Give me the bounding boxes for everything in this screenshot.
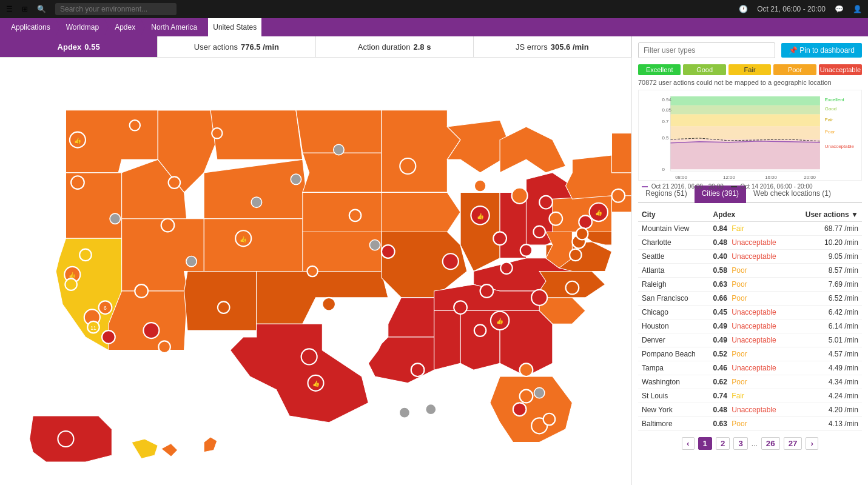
city-mountainview[interactable] <box>65 278 77 290</box>
table-row[interactable]: New York 0.48 Unacceptable 4.20 /min <box>638 403 862 417</box>
state-mi[interactable] <box>500 127 565 173</box>
city-info6[interactable] <box>534 387 545 398</box>
table-row[interactable]: San Francisco 0.66 Poor 6.52 /min <box>638 292 862 306</box>
search-input[interactable] <box>55 3 177 15</box>
city-dallas[interactable] <box>301 349 317 364</box>
pagination-page-3[interactable]: 3 <box>733 437 747 450</box>
city-charlotte[interactable] <box>531 290 547 306</box>
city-memphis[interactable] <box>454 301 467 314</box>
city-boston[interactable] <box>611 189 625 202</box>
city-reno[interactable] <box>110 213 120 224</box>
user-icon[interactable]: 👤 <box>853 5 862 13</box>
city-pittsburgh[interactable] <box>549 212 562 226</box>
breadcrumb-northamerica[interactable]: North America <box>146 18 202 36</box>
city-billings[interactable] <box>212 128 222 138</box>
breadcrumb-unitedstates[interactable]: United States <box>208 18 261 36</box>
city-detroit[interactable] <box>512 188 528 204</box>
state-ne[interactable] <box>303 192 391 232</box>
chat-icon[interactable]: 💬 <box>835 5 844 13</box>
city-omaha[interactable] <box>349 210 362 222</box>
table-row[interactable]: Charlotte 0.48 Unacceptable 10.20 /min <box>638 236 862 250</box>
city-kc[interactable] <box>382 245 395 258</box>
state-ia[interactable] <box>382 192 460 232</box>
state-co[interactable] <box>204 219 309 272</box>
state-nm[interactable] <box>184 272 257 331</box>
pagination-page-26[interactable]: 26 <box>761 437 780 450</box>
city-tampa[interactable] <box>513 403 527 416</box>
pagination-page-2[interactable]: 2 <box>716 437 730 450</box>
table-row[interactable]: Mountain View 0.84 Fair 68.77 /min <box>638 222 862 236</box>
table-row[interactable]: Atlanta 0.58 Poor 8.57 /min <box>638 264 862 278</box>
table-row[interactable]: Seattle 0.40 Unacceptable 9.05 /min <box>638 250 862 264</box>
pagination-prev[interactable]: ‹ <box>682 437 694 450</box>
city-neworleans[interactable] <box>411 363 425 376</box>
pagination-page-1[interactable]: 1 <box>698 437 712 450</box>
pagination-page-27[interactable]: 27 <box>784 437 802 450</box>
city-info2[interactable] <box>251 197 261 207</box>
city-wichita[interactable] <box>307 266 317 276</box>
state-az[interactable] <box>109 291 187 350</box>
city-cincinnati[interactable] <box>520 244 533 256</box>
city-tucson[interactable] <box>158 341 170 353</box>
breadcrumb-applications[interactable]: Applications <box>6 18 55 36</box>
table-row[interactable]: Chicago 0.45 Unacceptable 6.42 /min <box>638 306 862 319</box>
city-phoenix[interactable] <box>143 323 159 338</box>
city-sacramento[interactable] <box>79 249 92 261</box>
state-ks[interactable] <box>303 232 382 271</box>
state-fl[interactable] <box>490 376 573 442</box>
city-boise[interactable] <box>169 176 181 189</box>
state-mn[interactable] <box>382 110 460 193</box>
city-louisville[interactable] <box>500 262 513 274</box>
col-user-actions[interactable]: User actions ▼ <box>792 208 862 222</box>
table-row[interactable]: Houston 0.49 Unacceptable 6.14 /min <box>638 319 862 333</box>
filter-input[interactable] <box>638 42 775 58</box>
state-ok[interactable] <box>257 272 388 324</box>
city-indianapolis[interactable] <box>493 232 506 245</box>
city-info1[interactable] <box>186 256 197 267</box>
table-row[interactable]: St Louis 0.74 Fair 4.24 /min <box>638 389 862 403</box>
city-sd[interactable] <box>102 330 115 344</box>
city-jacksonville[interactable] <box>520 363 533 376</box>
breadcrumb-apdex[interactable]: Apdex <box>110 18 140 36</box>
city-raleigh[interactable] <box>566 281 579 295</box>
state-la[interactable] <box>368 337 434 383</box>
table-row[interactable]: Raleigh 0.63 Poor 7.69 /min <box>638 278 862 292</box>
city-nashville[interactable] <box>480 284 494 298</box>
table-row[interactable]: Pompano Beach 0.52 Poor 4.57 /min <box>638 347 862 361</box>
pin-dashboard-button[interactable]: 📌 Pin to dashboard <box>781 43 862 58</box>
state-ne-area[interactable] <box>611 133 631 173</box>
city-info4[interactable] <box>334 144 344 155</box>
city-info7[interactable] <box>399 407 409 418</box>
city-vegas[interactable] <box>135 284 148 298</box>
city-philly[interactable] <box>579 215 592 229</box>
city-info5[interactable] <box>369 239 380 250</box>
city-pompano[interactable] <box>543 413 556 426</box>
state-sd[interactable] <box>303 153 382 192</box>
city-info3[interactable] <box>291 174 301 184</box>
state-wy[interactable] <box>204 159 309 219</box>
city-okc[interactable] <box>322 298 335 311</box>
city-stlouis[interactable] <box>443 253 459 269</box>
state-hi-2[interactable] <box>161 444 178 457</box>
table-row[interactable]: Denver 0.49 Unacceptable 5.01 /min <box>638 333 862 347</box>
apps-icon[interactable]: ⊞ <box>22 5 28 13</box>
city-baltimore[interactable] <box>576 228 588 240</box>
pagination-next[interactable]: › <box>806 437 818 450</box>
city-birmingham[interactable] <box>474 324 486 336</box>
city-milwaukee[interactable] <box>474 180 486 192</box>
table-row[interactable]: Baltimore 0.63 Poor 4.13 /min <box>638 417 862 431</box>
city-spokane[interactable] <box>130 120 140 130</box>
city-orlando[interactable] <box>520 390 533 403</box>
breadcrumb-worldmap[interactable]: Worldmap <box>61 18 104 36</box>
state-tx[interactable] <box>230 324 369 423</box>
city-info8[interactable] <box>426 404 436 415</box>
table-row[interactable]: Washington 0.62 Poor 4.34 /min <box>638 375 862 389</box>
map-container[interactable]: 👍 👍 👍 👍 <box>0 58 631 485</box>
city-abq[interactable] <box>218 301 230 313</box>
state-ar[interactable] <box>388 298 434 337</box>
city-slc[interactable] <box>161 219 175 232</box>
city-richmond[interactable] <box>570 249 582 261</box>
state-il[interactable] <box>460 192 500 271</box>
state-hi-3[interactable] <box>204 437 217 452</box>
city-anchorage[interactable] <box>58 431 73 447</box>
